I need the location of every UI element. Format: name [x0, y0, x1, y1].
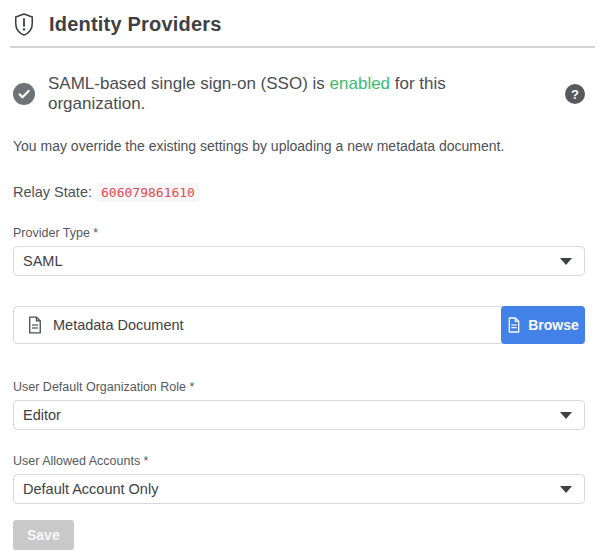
page-header: Identity Providers	[10, 12, 595, 48]
metadata-document-input[interactable]: Metadata Document	[14, 307, 501, 343]
default-role-select[interactable]: Editor	[13, 400, 585, 430]
sso-status-row: SAML-based single sign-on (SSO) is enabl…	[13, 74, 585, 114]
provider-type-group: Provider Type * SAML	[13, 226, 585, 276]
allowed-accounts-group: User Allowed Accounts * Default Account …	[13, 454, 585, 504]
provider-type-select[interactable]: SAML	[13, 246, 585, 276]
override-description: You may override the existing settings b…	[13, 138, 585, 154]
relay-state-value: 606079861610	[96, 183, 200, 202]
shield-exclamation-icon	[13, 12, 35, 37]
browse-button[interactable]: Browse	[501, 306, 585, 344]
metadata-document-placeholder: Metadata Document	[53, 317, 184, 333]
relay-state-row: Relay State: 606079861610	[13, 184, 585, 200]
default-role-value: Editor	[23, 407, 61, 423]
check-circle-icon	[13, 83, 35, 105]
metadata-document-field: Metadata Document Browse	[13, 306, 585, 344]
caret-down-icon	[560, 258, 572, 265]
question-circle-icon[interactable]: ?	[565, 84, 585, 104]
relay-state-label: Relay State:	[13, 184, 96, 200]
allowed-accounts-value: Default Account Only	[23, 481, 158, 497]
provider-type-value: SAML	[23, 253, 63, 269]
caret-down-icon	[560, 412, 572, 419]
caret-down-icon	[560, 486, 572, 493]
allowed-accounts-select[interactable]: Default Account Only	[13, 474, 585, 504]
file-text-icon	[507, 317, 521, 333]
default-role-group: User Default Organization Role * Editor	[13, 380, 585, 430]
provider-type-label: Provider Type *	[13, 226, 585, 240]
default-role-label: User Default Organization Role *	[13, 380, 585, 394]
page-title: Identity Providers	[49, 13, 222, 36]
file-text-icon	[27, 316, 43, 334]
sso-status-text: SAML-based single sign-on (SSO) is enabl…	[48, 74, 547, 114]
sso-enabled-highlight: enabled	[330, 74, 391, 93]
save-button[interactable]: Save	[13, 520, 74, 550]
browse-button-label: Browse	[528, 317, 579, 333]
allowed-accounts-label: User Allowed Accounts *	[13, 454, 585, 468]
